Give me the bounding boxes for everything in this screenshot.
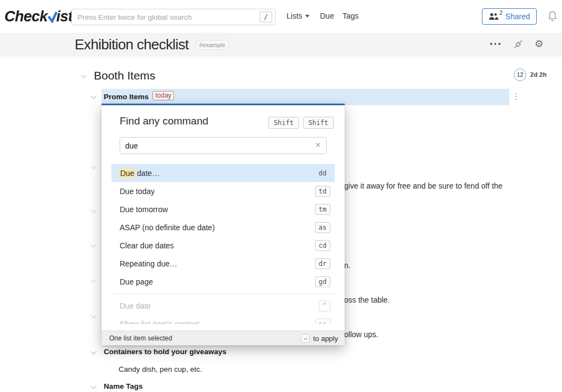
shortcut-key: gd — [315, 276, 330, 287]
collapse-chevron-booth[interactable] — [81, 73, 87, 78]
collapse-chevron-nametags[interactable] — [91, 384, 97, 389]
collapse-chevron-hidden-row[interactable] — [91, 208, 97, 213]
shift-key: Shift — [303, 117, 334, 129]
item-count-badge: 12 — [514, 69, 526, 81]
divider — [111, 293, 335, 294]
collapse-chevron-promo[interactable] — [91, 94, 97, 99]
collapse-chevron-hidden-row[interactable] — [91, 164, 97, 169]
list-tag-badge[interactable]: #example — [196, 40, 229, 50]
booth-items-heading[interactable]: Booth Items — [94, 69, 155, 82]
match-highlight: Due — [120, 169, 135, 178]
collapse-chevron-hidden-row[interactable] — [91, 313, 97, 319]
people-icon — [488, 13, 499, 20]
shared-button[interactable]: 2 Shared — [482, 8, 537, 25]
shortcut-key: ^ — [319, 300, 330, 311]
apply-hint: to apply — [313, 334, 338, 343]
notifications-bell-icon[interactable] — [547, 10, 558, 24]
row-menu-icon[interactable]: ⋮ — [512, 90, 520, 102]
palette-shortcut-hint: Shift Shift — [268, 117, 334, 129]
command-show-context[interactable]: Show list item's context sc — [111, 315, 335, 324]
item-text-fragment: n. — [344, 261, 351, 270]
shared-label: Shared — [505, 12, 530, 21]
command-due-date[interactable]: Due date… dd — [111, 164, 335, 182]
collapse-chevron-containers[interactable] — [91, 349, 97, 355]
nav-lists[interactable]: Lists — [286, 12, 310, 20]
command-asap[interactable]: ASAP (no definite due date) as — [111, 218, 335, 236]
collapse-chevron-hidden-row[interactable] — [91, 242, 97, 248]
due-today-badge[interactable]: today — [153, 91, 174, 100]
shortcut-key: sc — [315, 319, 330, 325]
command-search: ✕ — [120, 137, 327, 154]
global-search-input[interactable] — [72, 9, 275, 25]
command-due-page[interactable]: Due page gd — [111, 272, 335, 291]
shortcut-key: td — [315, 186, 330, 197]
shortcut-key: tm — [315, 204, 330, 215]
command-due-tomorrow[interactable]: Due tomorrow tm — [111, 200, 335, 218]
shared-count: 2 — [499, 10, 503, 16]
command-search-input[interactable] — [120, 138, 326, 154]
item-text-fragment: oss the table. — [344, 296, 390, 304]
command-list: Due date… dd Due today td Due tomorrow t… — [102, 164, 345, 324]
shortcut-key: as — [315, 222, 330, 233]
top-bar: Checkist / Lists Due Tags 2 Shared — [0, 0, 562, 33]
logo-text-post: ist — [57, 8, 73, 25]
slash-shortcut-key: / — [260, 12, 272, 22]
time-estimate-badge: 2d 2h — [530, 71, 547, 78]
selection-status: One list item selected — [109, 334, 172, 342]
shortcut-key: dd — [315, 168, 330, 179]
list-header-bar: Exhibition checklist #example — [0, 33, 562, 56]
checkvist-logo[interactable]: Checkist — [4, 8, 73, 25]
command-clear-due-dates[interactable]: Clear due dates cd — [111, 236, 335, 254]
command-repeating-due[interactable]: Repeating due… dr — [111, 254, 335, 272]
palette-title: Find any command — [120, 115, 209, 127]
containers-item[interactable]: Containers to hold your giveaways — [104, 348, 227, 356]
shortcut-key: cd — [315, 240, 330, 251]
more-actions-icon[interactable] — [490, 43, 501, 45]
settings-gear-icon[interactable]: ⚙ — [535, 38, 543, 50]
collapse-chevron-hidden-row[interactable] — [91, 277, 97, 283]
logo-text-pre: Check — [4, 8, 48, 25]
page-title[interactable]: Exhibition checklist — [75, 36, 189, 53]
command-due-today[interactable]: Due today td — [111, 182, 335, 200]
global-search: / — [71, 9, 276, 25]
command-due-date-secondary[interactable]: Due date ^ — [111, 297, 335, 315]
nav-due[interactable]: Due — [320, 12, 334, 20]
name-tags-item[interactable]: Name Tags — [104, 382, 143, 390]
clear-search-icon[interactable]: ✕ — [315, 141, 321, 149]
promo-items-label[interactable]: Promo Items — [104, 93, 149, 101]
containers-child-item[interactable]: Candy dish, pen cup, etc. — [119, 365, 202, 373]
palette-footer: One list item selected ↵ to apply — [102, 331, 345, 345]
chevron-down-icon — [305, 15, 310, 18]
shortcut-key: dr — [315, 258, 330, 269]
nav-tags[interactable]: Tags — [342, 12, 359, 20]
enter-key: ↵ — [301, 334, 310, 343]
zen-mode-icon[interactable] — [513, 39, 524, 52]
item-text-fragment: give it away for free and be sure to fen… — [344, 181, 502, 190]
shift-key: Shift — [268, 117, 299, 129]
command-palette-modal: Find any command Shift Shift ✕ Due date…… — [102, 104, 345, 345]
item-text-fragment: ollow ups. — [344, 330, 378, 339]
